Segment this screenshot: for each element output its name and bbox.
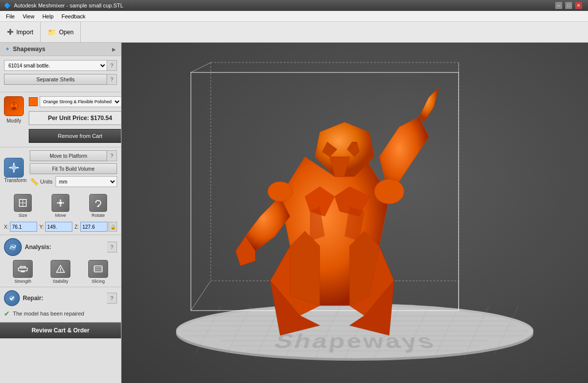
folder-icon: 📁 xyxy=(48,28,56,36)
main-layout: ✦ Shapeways ▶ 61014 small bottle. ? Sepa… xyxy=(0,43,588,383)
svg-rect-28 xyxy=(94,266,102,272)
chevron-right-icon: ▶ xyxy=(112,47,116,52)
menu-view[interactable]: View xyxy=(19,12,39,20)
y-field[interactable] xyxy=(45,222,72,232)
analysis-label: Analysis: xyxy=(25,244,107,251)
svg-point-15 xyxy=(59,201,62,204)
object-dropdown[interactable]: 61014 small bottle. xyxy=(4,60,107,71)
transform-icon xyxy=(4,158,24,178)
svg-point-27 xyxy=(60,271,61,272)
repair-icon xyxy=(4,290,20,306)
strength-label: Strength xyxy=(14,279,31,284)
size-tool[interactable]: Size xyxy=(13,193,33,219)
menu-file[interactable]: File xyxy=(2,12,19,20)
remove-from-cart-button[interactable]: Remove from Cart xyxy=(29,129,121,143)
minimize-button[interactable]: ─ xyxy=(555,2,562,9)
slicing-tool[interactable]: Slicing xyxy=(88,260,108,284)
svg-point-75 xyxy=(268,182,293,201)
analysis-help-button[interactable]: ? xyxy=(107,242,117,253)
title-bar: 🔷 Autodesk Meshmixer - sample small cup.… xyxy=(0,0,588,11)
svg-marker-16 xyxy=(59,199,61,201)
svg-marker-10 xyxy=(9,167,11,169)
modify-icon xyxy=(4,96,24,116)
y-label: Y: xyxy=(39,224,44,230)
fit-to-build-row: Fit To Build Volume xyxy=(30,163,117,174)
xyz-row: X: Y: Z: 🔒 xyxy=(4,222,117,232)
repair-help-button[interactable]: ? xyxy=(107,293,117,304)
svg-marker-65 xyxy=(419,87,439,122)
menu-bar: File View Help Feedback xyxy=(0,11,588,22)
modify-section: Modify Orange Strong & Flexible Polished… xyxy=(0,92,121,147)
svg-marker-17 xyxy=(59,205,61,207)
slicing-icon xyxy=(88,260,108,278)
stability-tool[interactable]: Stability xyxy=(51,260,70,284)
color-swatch xyxy=(29,97,38,106)
move-label: Move xyxy=(55,213,66,218)
units-label: Units xyxy=(40,179,53,185)
transform-icons-row: Size Move xyxy=(4,193,117,219)
review-cart-button[interactable]: Review Cart & Order xyxy=(0,322,121,338)
import-label: Import xyxy=(16,29,33,36)
size-icon xyxy=(14,194,32,212)
star-icon: ✦ xyxy=(5,46,10,53)
rotate-tool[interactable]: Rotate xyxy=(88,193,108,219)
svg-point-31 xyxy=(9,295,15,301)
move-tool[interactable]: Move xyxy=(51,193,70,219)
shells-help-button[interactable]: ? xyxy=(107,74,117,85)
svg-marker-9 xyxy=(13,171,15,173)
platform-row: Move to Platform ? xyxy=(30,150,117,161)
move-to-platform-button[interactable]: Move to Platform xyxy=(30,150,107,161)
object-section: 61014 small bottle. ? Separate Shells ? xyxy=(0,56,121,92)
platform-help-button[interactable]: ? xyxy=(107,150,117,161)
price-display: Per Unit Price: $170.54 xyxy=(29,111,121,125)
separate-shells-button[interactable]: Separate Shells xyxy=(4,74,107,85)
close-button[interactable]: ✕ xyxy=(575,2,582,9)
toolbar: ✚ Import 📁 Open xyxy=(0,22,588,43)
fit-to-build-volume-button[interactable]: Fit To Build Volume xyxy=(30,163,117,174)
transform-label: Transform xyxy=(4,178,26,183)
rotate-icon xyxy=(89,194,107,212)
x-field[interactable] xyxy=(10,222,37,232)
repair-status-text: The model has been repaired xyxy=(13,311,84,317)
repair-section: Repair: ? ✔ The model has been repaired xyxy=(0,287,121,322)
svg-rect-24 xyxy=(21,271,24,272)
svg-marker-18 xyxy=(57,202,59,204)
material-dropdown[interactable]: Orange Strong & Flexible Polished xyxy=(40,96,121,107)
checkmark-icon: ✔ xyxy=(4,310,10,318)
shells-btn-row: Separate Shells ? xyxy=(4,74,117,85)
slicing-label: Slicing xyxy=(92,279,105,284)
import-button[interactable]: ✚ Import xyxy=(0,22,41,42)
x-label: X: xyxy=(4,224,8,230)
svg-marker-78 xyxy=(290,231,320,306)
repair-header: Repair: ? xyxy=(4,290,117,306)
svg-rect-23 xyxy=(20,266,25,268)
menu-help[interactable]: Help xyxy=(38,12,58,20)
z-field[interactable] xyxy=(80,222,108,232)
plus-icon: ✚ xyxy=(7,27,13,37)
z-label: Z: xyxy=(74,224,79,230)
lock-icon[interactable]: 🔒 xyxy=(109,222,117,232)
svg-point-74 xyxy=(374,179,404,204)
stability-icon xyxy=(51,260,70,278)
strength-tool[interactable]: Strength xyxy=(13,260,33,284)
svg-marker-19 xyxy=(62,202,64,204)
shapeways-section-header[interactable]: ✦ Shapeways ▶ xyxy=(0,43,121,56)
object-help-button[interactable]: ? xyxy=(107,60,117,71)
shapeways-label: Shapeways xyxy=(13,46,112,53)
viewport[interactable]: Shapeways xyxy=(121,43,588,383)
material-row: Orange Strong & Flexible Polished ▼ xyxy=(29,96,121,107)
left-panel: ✦ Shapeways ▶ 61014 small bottle. ? Sepa… xyxy=(0,43,121,383)
strength-icon xyxy=(13,260,33,278)
units-dropdown[interactable]: mm cm in ft xyxy=(56,176,117,187)
analysis-header: Analysis: ? xyxy=(4,238,117,256)
repair-status-row: ✔ The model has been repaired xyxy=(4,308,117,319)
window-title: Autodesk Meshmixer - sample small cup.ST… xyxy=(14,2,123,8)
menu-feedback[interactable]: Feedback xyxy=(58,12,89,20)
analysis-icons-row: Strength Stability xyxy=(4,260,117,284)
svg-marker-8 xyxy=(13,163,15,165)
maximize-button[interactable]: □ xyxy=(565,2,572,9)
open-button[interactable]: 📁 Open xyxy=(41,22,81,42)
transform-section: Transform Move to Platform ? Fit To Buil… xyxy=(0,147,121,235)
analysis-section: Analysis: ? Strength xyxy=(0,235,121,287)
3d-model xyxy=(181,58,508,355)
